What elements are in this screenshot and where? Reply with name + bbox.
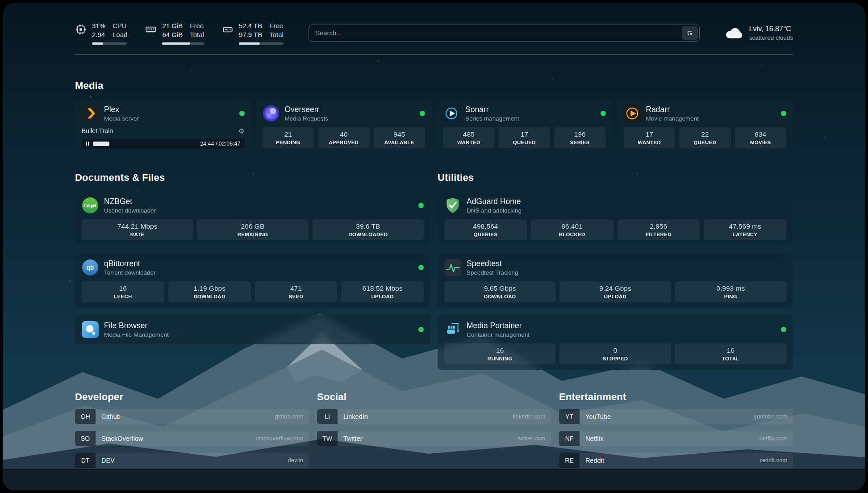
disk-widget: 52.4 TB 97.9 TB Free Total (222, 21, 284, 45)
documents-group: Documents & Files nzbget (75, 172, 430, 344)
portainer-icon (444, 321, 461, 338)
bookmark-abbr: YT (559, 409, 580, 424)
pause-icon (86, 142, 89, 146)
bookmark-group-developer: Developer GH Github github.com SO StackO… (75, 391, 309, 468)
cpu-percent-value: 31% (92, 21, 105, 30)
stat-pending: 21 PENDING (263, 127, 314, 148)
service-card-sonarr[interactable]: Sonarr Series management 485 WANTED 17 Q… (436, 99, 613, 154)
service-card-plex[interactable]: Plex Media server Bullet Train ⚙ 24:44 /… (75, 99, 251, 154)
stat-seed: 471 SEED (255, 281, 338, 302)
bookmark-abbr: LI (317, 409, 338, 424)
bookmark-twitter[interactable]: TW Twitter twitter.com (317, 431, 551, 446)
status-dot (781, 111, 786, 116)
memory-usage-fill (162, 42, 190, 45)
service-card-filebrowser[interactable]: File Browser Media File Management (75, 315, 430, 344)
sonarr-icon (443, 105, 460, 122)
stat-total: 16 TOTAL (675, 343, 786, 364)
cloud-icon (725, 25, 743, 41)
service-card-adguard[interactable]: AdGuard Home DNS and adblocking 498,564 … (438, 191, 793, 246)
status-dot (420, 111, 425, 116)
stat-queued: 17 QUEUED (499, 127, 551, 148)
bookmark-url: dev.to (288, 457, 303, 464)
disk-usage-fill (239, 42, 260, 45)
overseerr-icon (263, 105, 280, 122)
cpu-label: CPU (113, 21, 127, 30)
filebrowser-icon (82, 321, 99, 338)
search-provider-button[interactable]: G (682, 26, 698, 40)
bookmark-url: reddit.com (760, 457, 787, 464)
bookmark-name: Twitter (343, 435, 363, 442)
memory-usage-bar (162, 42, 204, 45)
bookmark-dev[interactable]: DT DEV dev.to (75, 453, 309, 468)
service-name: AdGuard Home (467, 197, 522, 206)
gear-icon[interactable]: ⚙ (238, 127, 244, 135)
search-input[interactable] (309, 25, 700, 42)
disk-total-value: 97.9 TB (239, 30, 262, 39)
disk-icon (222, 24, 234, 37)
service-name: qBittorrent (104, 259, 156, 268)
stat-running: 16 RUNNING (444, 343, 555, 364)
radarr-icon (624, 105, 641, 122)
memory-free-value: 21 GiB (162, 21, 183, 30)
memory-total-value: 64 GiB (162, 30, 183, 39)
bookmark-github[interactable]: GH Github github.com (75, 409, 309, 424)
service-card-speedtest[interactable]: Speedtest Speedtest Tracking 9.65 Gbps D… (438, 253, 793, 308)
bookmark-url: github.com (275, 413, 303, 420)
service-subtitle: Usenet downloader (104, 207, 156, 214)
cpu-load-value: 2.94 (92, 30, 105, 39)
bookmark-url: twitter.com (517, 435, 545, 442)
status-dot (239, 111, 245, 116)
bookmark-youtube[interactable]: YT YouTube youtube.com (559, 409, 793, 424)
service-card-portainer[interactable]: Media Portainer Container management 16 … (438, 315, 793, 370)
playback-progress-track (93, 142, 197, 146)
stat-remaining: 266 GB REMAINING (197, 219, 308, 240)
svg-text:qb: qb (87, 264, 94, 271)
service-card-radarr[interactable]: Radarr Movie management 17 WANTED 22 QUE… (617, 99, 793, 154)
stat-stopped: 0 STOPPED (559, 343, 671, 364)
section-title-developer: Developer (75, 391, 309, 403)
bookmark-reddit[interactable]: RE Reddit reddit.com (559, 453, 793, 468)
bookmark-abbr: NF (559, 431, 580, 446)
playback-time: 24:44 / 02:06:47 (200, 141, 240, 147)
cpu-icon (75, 24, 87, 37)
weather-location: Lviv, 16.87°C (749, 25, 793, 33)
plex-icon (82, 105, 99, 122)
header-divider (75, 54, 793, 55)
weather-widget: Lviv, 16.87°C scattered clouds (725, 25, 793, 41)
stat-approved: 40 APPROVED (318, 127, 370, 148)
stat-series: 196 SERIES (554, 127, 606, 148)
stat-wanted: 485 WANTED (443, 127, 495, 148)
service-name: Speedtest (467, 259, 518, 268)
status-dot (418, 203, 424, 208)
section-title-entertainment: Entertainment (559, 391, 793, 403)
adguard-icon (444, 197, 461, 214)
now-playing-bar: 24:44 / 02:06:47 (82, 139, 245, 149)
service-card-overseerr[interactable]: Overseerr Media Requests 21 PENDING 40 A… (256, 99, 432, 154)
service-subtitle: DNS and adblocking (467, 207, 522, 214)
bookmark-name: YouTube (585, 413, 611, 420)
stat-available: 945 AVAILABLE (374, 127, 426, 148)
bookmark-stackoverflow[interactable]: SO StackOverflow stackoverflow.com (75, 431, 309, 446)
search-box: G (309, 25, 700, 42)
cpu-usage-bar (92, 42, 127, 45)
stat-leech: 16 LEECH (82, 281, 164, 302)
service-name: File Browser (104, 321, 169, 330)
bookmark-abbr: TW (317, 431, 338, 446)
bookmark-netflix[interactable]: NF Netflix netflix.com (559, 431, 793, 446)
status-dot (781, 327, 786, 332)
service-card-nzbget[interactable]: nzbget NZBGet Usenet downloader 74 (75, 191, 430, 246)
memory-icon (145, 24, 157, 37)
status-dot (418, 265, 424, 270)
bookmark-abbr: RE (559, 453, 580, 468)
service-card-qbittorrent[interactable]: qb qBittorrent Torrent downloader (75, 253, 430, 308)
service-subtitle: Speedtest Tracking (467, 269, 518, 276)
service-name: Radarr (646, 105, 699, 114)
service-subtitle: Torrent downloader (104, 269, 156, 276)
snow-particles (3, 3, 4, 4)
memory-widget: 21 GiB 64 GiB Free Total (145, 21, 204, 45)
stat-download: 9.65 Gbps DOWNLOAD (444, 281, 555, 302)
cpu-usage-fill (92, 42, 103, 45)
stat-filtered: 2,956 FILTERED (618, 219, 700, 240)
bookmark-name: Netflix (585, 435, 603, 442)
bookmark-linkedin[interactable]: LI LinkedIn linkedin.com (317, 409, 551, 424)
